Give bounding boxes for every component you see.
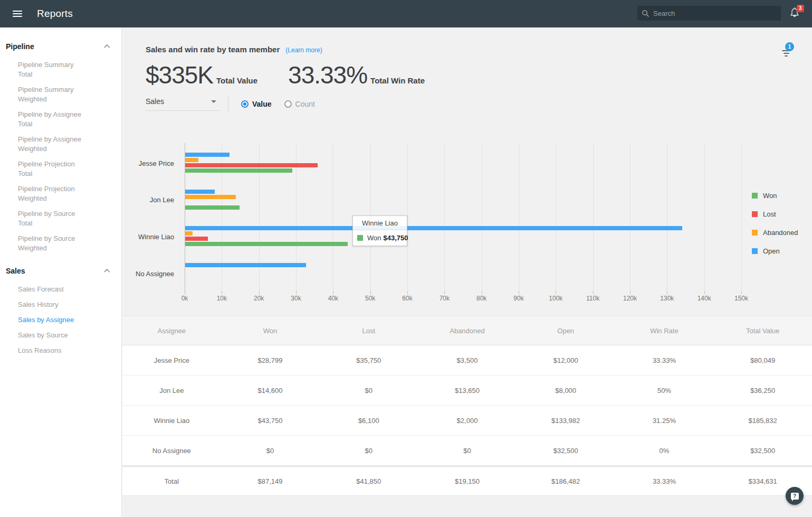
bar-jesse-price-abandoned[interactable]	[185, 158, 198, 162]
filter-count-badge: 1	[785, 42, 794, 51]
category-label-no-assignee: No Assignee	[122, 263, 174, 284]
sidebar-item-pipeline-by-source-total[interactable]: Pipeline by Source Total	[0, 209, 106, 228]
table-row-jon-lee: Jon Lee$14,600$0$13,650$8,00050%$36,250	[122, 375, 812, 406]
bar-winnie-liao-open[interactable]	[185, 226, 682, 230]
axis-tick	[519, 291, 519, 294]
value-cell: 50%	[615, 387, 714, 394]
radio-label: Value	[252, 100, 272, 108]
column-header-lost[interactable]: Lost	[319, 327, 418, 335]
column-header-assignee[interactable]: Assignee	[122, 327, 221, 335]
bar-winnie-liao-won[interactable]	[185, 242, 348, 246]
legend-swatch-icon	[752, 193, 758, 199]
table-row-jesse-price: Jesse Price$28,799$35,750$3,500$12,00033…	[122, 345, 812, 375]
x-axis-tick-label: 100k	[544, 295, 567, 302]
gridline	[482, 143, 482, 291]
legend-item-open[interactable]: Open	[752, 247, 798, 255]
value-cell: $2,000	[418, 417, 517, 425]
category-label-jon-lee: Jon Lee	[122, 190, 174, 211]
gridline	[444, 143, 445, 291]
search-icon	[642, 10, 649, 17]
dropdown-selected-value: Sales	[146, 97, 164, 106]
legend-item-abandoned[interactable]: Abandoned	[752, 229, 798, 237]
legend-label: Won	[763, 192, 777, 200]
gridline	[333, 143, 333, 291]
menu-icon[interactable]	[13, 9, 22, 18]
column-header-win-rate[interactable]: Win Rate	[615, 327, 714, 335]
bar-jesse-price-won[interactable]	[185, 168, 292, 173]
legend-swatch-icon	[752, 248, 758, 254]
bar-winnie-liao-lost[interactable]	[185, 237, 208, 241]
legend-item-lost[interactable]: Lost	[752, 210, 798, 218]
report-type-dropdown[interactable]: Sales	[146, 97, 219, 111]
axis-tick	[630, 291, 631, 294]
stat-total-value: $335KTotal Value	[146, 61, 257, 89]
sidebar-item-sales-forecast[interactable]: Sales Forecast	[0, 285, 106, 294]
stat-total-win-rate: 33.33%Total Win Rate	[288, 61, 425, 89]
value-cell: 31.25%	[615, 417, 714, 425]
assignee-cell: No Assignee	[122, 447, 221, 455]
legend-label: Lost	[763, 210, 776, 218]
sidebar-section-sales: SalesSales ForecastSales HistorySales by…	[0, 267, 121, 355]
results-table: AssigneeWonLostAbandonedOpenWin RateTota…	[122, 316, 812, 496]
bar-winnie-liao-abandoned[interactable]	[185, 231, 193, 236]
search-input[interactable]	[653, 10, 769, 17]
sidebar-section-header-sales[interactable]: Sales	[0, 267, 121, 275]
bar-jesse-price-lost[interactable]	[185, 163, 318, 167]
sidebar-item-pipeline-summary-total[interactable]: Pipeline Summary Total	[0, 60, 106, 79]
x-axis-tick-label: 80k	[470, 295, 493, 302]
value-cell: $133,982	[517, 417, 615, 425]
divider	[228, 97, 228, 111]
x-axis-tick-label: 120k	[618, 295, 642, 302]
sidebar-item-pipeline-by-assignee-total[interactable]: Pipeline by Assignee Total	[0, 110, 106, 129]
x-axis-tick-label: 10k	[210, 295, 233, 302]
x-axis-tick-label: 150k	[730, 295, 753, 302]
column-header-total-value[interactable]: Total Value	[713, 327, 812, 335]
sidebar-item-pipeline-summary-weighted[interactable]: Pipeline Summary Weighted	[0, 85, 106, 104]
radio-selected-icon	[241, 100, 249, 108]
sidebar-item-sales-history[interactable]: Sales History	[0, 300, 106, 309]
column-header-won[interactable]: Won	[221, 327, 320, 335]
stat-value: 33.33%	[288, 61, 367, 89]
legend-item-won[interactable]: Won	[752, 192, 798, 200]
gridline	[556, 143, 556, 291]
value-cell: $36,250	[713, 387, 812, 394]
sidebar-item-loss-reasons[interactable]: Loss Reasons	[0, 346, 106, 355]
filter-button[interactable]: 1	[778, 44, 794, 59]
sidebar-item-pipeline-by-source-weighted[interactable]: Pipeline by Source Weighted	[0, 234, 106, 253]
value-cell: $32,500	[713, 447, 812, 455]
sidebar-item-pipeline-projection-weighted[interactable]: Pipeline Projection Weighted	[0, 184, 106, 203]
legend-swatch-icon	[752, 211, 758, 217]
bar-jon-lee-abandoned[interactable]	[185, 195, 236, 199]
sidebar-section-header-pipeline[interactable]: Pipeline	[0, 42, 121, 51]
bar-jesse-price-open[interactable]	[185, 153, 230, 157]
axis-tick	[556, 291, 556, 294]
radio-label: Count	[295, 100, 315, 108]
search-box[interactable]	[637, 6, 781, 21]
table-header-row: AssigneeWonLostAbandonedOpenWin RateTota…	[122, 316, 812, 345]
axis-tick	[185, 291, 185, 294]
axis-tick	[222, 291, 222, 294]
bar-no-assignee-open[interactable]	[185, 263, 306, 267]
bar-jon-lee-won[interactable]	[185, 205, 240, 210]
radio-value[interactable]: Value	[241, 100, 272, 108]
sidebar-item-pipeline-by-assignee-weighted[interactable]: Pipeline by Assignee Weighted	[0, 135, 106, 154]
chevron-down-icon	[211, 100, 216, 103]
sidebar-item-sales-by-assignee[interactable]: Sales by Assignee	[0, 315, 106, 325]
total-value-cell: $87,149	[221, 477, 320, 485]
sidebar-item-sales-by-source[interactable]: Sales by Source	[0, 331, 106, 340]
radio-count[interactable]: Count	[284, 100, 315, 108]
column-header-abandoned[interactable]: Abandoned	[418, 327, 517, 335]
total-value-cell: $19,150	[418, 477, 517, 485]
bar-jon-lee-open[interactable]	[185, 190, 215, 194]
category-label-jesse-price: Jesse Price	[122, 153, 174, 174]
help-button[interactable]: ?	[786, 487, 804, 505]
sidebar-item-pipeline-projection-total[interactable]: Pipeline Projection Total	[0, 159, 106, 178]
stat-value: $335K	[146, 61, 213, 89]
legend-swatch-icon	[752, 230, 758, 236]
gridline	[519, 143, 519, 291]
tooltip-series: Won	[367, 234, 381, 242]
chevron-up-icon	[104, 44, 110, 50]
notifications-button[interactable]: 3	[789, 7, 805, 23]
column-header-open[interactable]: Open	[517, 327, 615, 335]
learn-more-link[interactable]: (Learn more)	[285, 46, 322, 54]
